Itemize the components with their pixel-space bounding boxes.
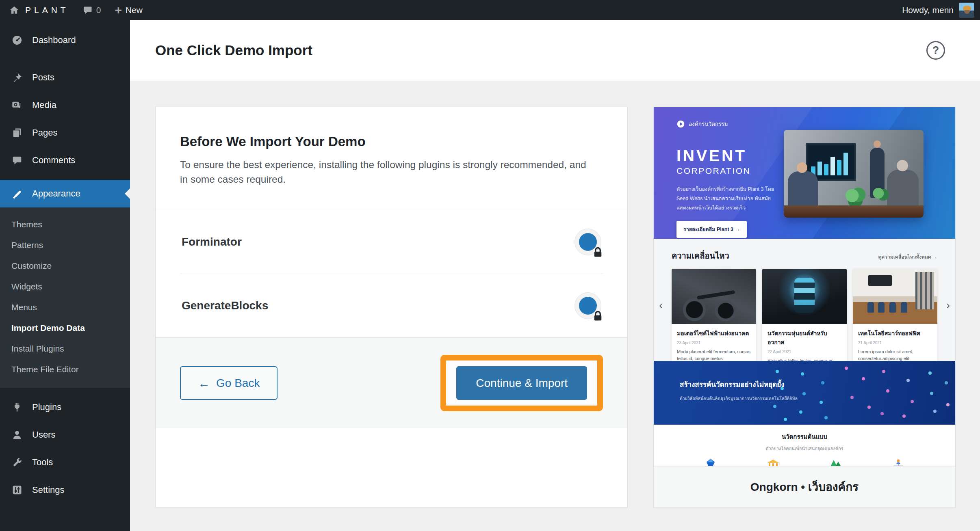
site-logo-icon (676, 120, 685, 128)
main-area: One Click Demo Import ? Before We Import… (130, 20, 980, 531)
highlight-annotation-box: Continue & Import (440, 355, 603, 411)
submenu-item-install-plugins[interactable]: Install Plugins (0, 338, 130, 359)
hero-photo (784, 130, 924, 218)
new-content-button[interactable]: + New (115, 4, 143, 16)
news-card-image (672, 269, 756, 324)
sidebar-item-label: Appearance (32, 188, 80, 199)
sidebar-item-tools[interactable]: Tools (0, 449, 130, 476)
plugin-toggle-forminator[interactable] (575, 229, 601, 255)
sidebar-item-media[interactable]: Media (0, 91, 130, 119)
sidebar-item-dashboard[interactable]: Dashboard (0, 26, 130, 54)
plant-decor (845, 188, 866, 205)
sidebar-item-appearance[interactable]: Appearance (0, 180, 130, 207)
pages-icon (11, 127, 23, 139)
admin-bar-left: PLANT 0 + New (0, 4, 143, 16)
continue-import-button[interactable]: Continue & Import (456, 366, 587, 400)
home-icon[interactable] (9, 5, 20, 15)
icons-section-subtext: ตัวอย่างไอคอนเพื่อนำเสนอจุดเด่นองค์กร (654, 445, 955, 452)
sidebar-item-users[interactable]: Users (0, 421, 130, 449)
submenu-item-patterns[interactable]: Patterns (0, 235, 130, 255)
hero-paragraph: ตัวอย่างเว็บองค์กรที่สร้างจากธีม Plant 3… (676, 185, 790, 213)
submenu-item-customize[interactable]: Customize (0, 255, 130, 276)
plant-decor (872, 186, 889, 201)
dots-pattern (776, 370, 779, 373)
dots-pattern (845, 367, 848, 370)
paintbrush-icon (11, 188, 23, 200)
sliders-icon (11, 484, 23, 496)
plugin-toggle-generateblocks[interactable] (575, 292, 601, 319)
camera-music-icon (11, 99, 23, 111)
help-icon[interactable]: ? (926, 41, 945, 60)
import-card-bottom-space (156, 428, 627, 507)
theme-caption: Ongkorn • เว็บองค์กร (654, 466, 955, 507)
preview-hero: องค์กรนวัตกรรม INVENT CORPORATION ตัวอย่… (654, 107, 955, 239)
icons-section-heading: นวัตกรรมต้นแบบ (654, 432, 955, 442)
page-title: One Click Demo Import (155, 42, 312, 58)
hero-title: INVENT (676, 147, 798, 165)
left-arrow-icon: ← (198, 377, 210, 389)
news-view-all-link: ดูความเคลื่อนไหวทั้งหมด → (878, 253, 938, 261)
dashboard-icon (11, 34, 23, 46)
wrench-icon (11, 456, 23, 468)
lock-icon (592, 246, 604, 259)
hero-subtitle: CORPORATION (676, 166, 798, 176)
news-card-date: 23 April 2021 (677, 341, 751, 345)
sidebar-item-label: Plugins (32, 402, 61, 412)
plug-icon (11, 401, 23, 413)
plugin-name: Forminator (182, 235, 242, 248)
comment-bubble-icon (83, 5, 93, 15)
admin-bar: PLANT 0 + New Howdy, menn (0, 0, 980, 20)
news-card-title: นวัตกรรมหุ่นยนต์สำหรับอวกาศ (768, 329, 841, 347)
banner-heading: สร้างสรรค์นวัตกรรมอย่างไม่หยุดยั้ง (680, 379, 798, 390)
submenu-item-import-demo-data[interactable]: Import Demo Data (0, 317, 130, 338)
hero-line2: Seed Webs นำเสนอความเรียบง่าย ทันสมัย (676, 196, 771, 201)
pushpin-icon (11, 71, 23, 84)
sidebar-item-label: Pages (32, 127, 57, 138)
meeting-table (784, 205, 924, 218)
news-card-title: มอเตอร์ไซค์ไฟฟ้าแห่งอนาคต (677, 329, 751, 338)
plugin-row: Forminator (180, 210, 603, 274)
hero-line1: ตัวอย่างเว็บองค์กรที่สร้างจากธีม Plant 3… (676, 186, 774, 192)
admin-sidebar: Dashboard Posts Media Pages Comments (0, 20, 130, 531)
sidebar-item-pages[interactable]: Pages (0, 119, 130, 147)
sidebar-item-settings[interactable]: Settings (0, 476, 130, 504)
sidebar-item-comments[interactable]: Comments (0, 147, 130, 174)
sidebar-item-plugins[interactable]: Plugins (0, 393, 130, 421)
sidebar-item-label: Tools (32, 457, 53, 468)
comment-count: 0 (96, 5, 101, 15)
seated-figure (887, 170, 919, 209)
import-card-footer: ← Go Back Continue & Import (156, 337, 627, 428)
news-card-title: เทคโนโลยีสมาร์ทออฟฟิศ (858, 329, 932, 338)
news-card-date: 21 April 2021 (858, 341, 932, 345)
go-back-label: Go Back (216, 377, 260, 390)
news-card-image (762, 269, 847, 324)
sidebar-item-label: Users (32, 430, 55, 440)
plugin-row: GenerateBlocks (180, 274, 603, 337)
import-card-header: Before We Import Your Demo To ensure the… (156, 107, 627, 210)
import-description: To ensure the best experience, installin… (180, 158, 594, 186)
hero-cta-button: รายละเอียดธีม Plant 3 → (676, 221, 747, 238)
sidebar-item-label: Posts (32, 72, 54, 83)
howdy-text: Howdy, menn (902, 5, 954, 15)
appearance-submenu: Themes Patterns Customize Widgets Menus … (0, 207, 130, 388)
comment-bubble-icon (11, 154, 23, 166)
submenu-item-themes[interactable]: Themes (0, 214, 130, 235)
preview-news-section: ความเคลื่อนไหว ดูความเคลื่อนไหวทั้งหมด →… (654, 239, 955, 361)
submenu-item-theme-file-editor[interactable]: Theme File Editor (0, 359, 130, 380)
carousel-prev-icon: ‹ (659, 300, 663, 311)
theme-preview-card[interactable]: องค์กรนวัตกรรม INVENT CORPORATION ตัวอย่… (653, 107, 956, 507)
preview-site-logo: องค์กรนวัตกรรม (676, 119, 798, 128)
submenu-item-widgets[interactable]: Widgets (0, 276, 130, 297)
preview-banner-section: สร้างสรรค์นวัตกรรมอย่างไม่หยุดยั้ง ด้วยว… (654, 361, 955, 425)
lock-icon (592, 310, 604, 322)
sidebar-item-posts[interactable]: Posts (0, 64, 130, 91)
carousel-next-icon: › (946, 300, 950, 311)
sidebar-separator (0, 54, 130, 64)
admin-bar-account[interactable]: Howdy, menn (902, 2, 980, 18)
news-card-image (853, 269, 937, 324)
site-name-link[interactable]: PLANT (25, 5, 69, 15)
comments-shortcut[interactable]: 0 (83, 5, 101, 15)
sidebar-item-label: Settings (32, 485, 65, 495)
submenu-item-menus[interactable]: Menus (0, 297, 130, 317)
go-back-button[interactable]: ← Go Back (180, 366, 278, 400)
